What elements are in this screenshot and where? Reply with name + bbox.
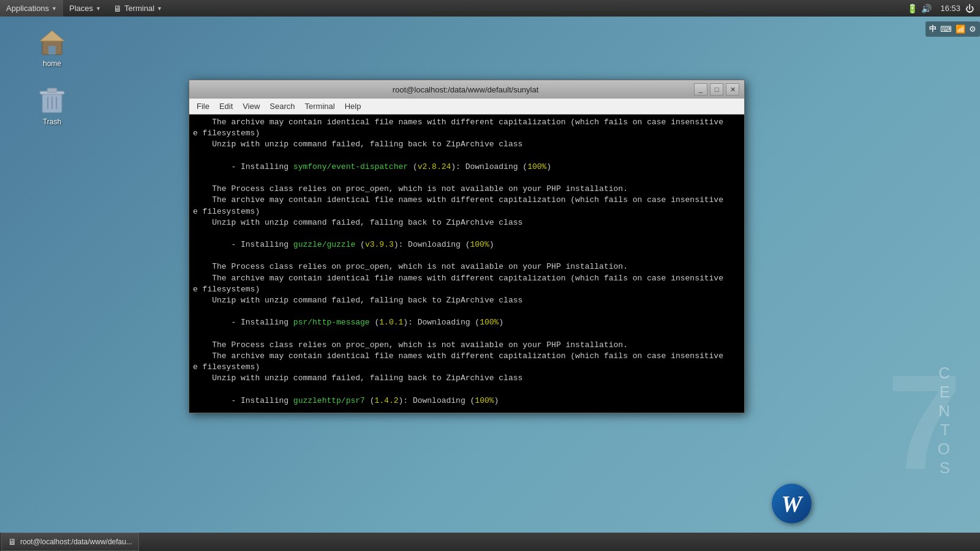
keyboard-icon: ⌨	[940, 24, 952, 34]
term-line: e filesystems)	[193, 206, 741, 217]
term-line: The Process class relies on proc_open, w…	[193, 184, 741, 195]
term-line: The archive may contain identical file n…	[193, 195, 741, 206]
menu-edit[interactable]: Edit	[214, 100, 238, 112]
term-line: The Process class relies on proc_open, w…	[193, 261, 741, 272]
trash-icon-label: Trash	[43, 118, 61, 126]
trash-desktop-icon[interactable]: Trash	[28, 86, 77, 126]
terminal-taskbar-item[interactable]: 🖥 root@localhost:/data/www/defau...	[1, 533, 139, 551]
term-line: The Process class relies on proc_open, w…	[193, 340, 741, 351]
battery-icon: 🔋	[907, 4, 918, 13]
menu-help[interactable]: Help	[340, 100, 366, 112]
term-line: The archive may contain identical file n…	[193, 273, 741, 284]
term-line: - Installing guzzle/guzzle (v3.9.3): Dow…	[193, 228, 741, 262]
input-method-icon: 中	[929, 24, 937, 34]
taskbar-bottom: 🖥 root@localhost:/data/www/defau...	[0, 533, 980, 551]
svg-rect-2	[48, 46, 56, 54]
term-line: Unzip with unzip command failed, falling…	[193, 139, 741, 150]
terminal-label: Terminal	[124, 4, 154, 13]
terminal-titlebar: root@localhost:/data/www/default/sunylat…	[189, 80, 744, 99]
network-icon: 📶	[956, 24, 965, 34]
svg-marker-1	[40, 31, 64, 41]
menu-view[interactable]: View	[238, 100, 265, 112]
menu-search[interactable]: Search	[265, 100, 300, 112]
system-icons: 🔋 🔊	[907, 4, 932, 13]
terminal-taskbar-icon: 🖥	[8, 537, 17, 547]
term-line: Unzip with unzip command failed, falling…	[193, 373, 741, 384]
centos-text: C E N T O S	[938, 364, 959, 478]
svg-rect-5	[47, 88, 57, 92]
trash-icon	[37, 86, 67, 115]
w-logo-container: W	[772, 484, 812, 523]
term-line: Unzip with unzip command failed, falling…	[193, 295, 741, 306]
term-line: The archive may contain identical file n…	[193, 117, 741, 128]
terminal-body[interactable]: The archive may contain identical file n…	[189, 114, 744, 413]
volume-icon: 🔊	[921, 4, 932, 13]
close-button[interactable]: ✕	[726, 83, 739, 96]
terminal-icon: 🖥	[113, 4, 122, 13]
applications-label: Applications	[6, 4, 49, 13]
menu-terminal[interactable]: Terminal	[300, 100, 340, 112]
term-line: - Installing symfony/event-dispatcher (v…	[193, 151, 741, 184]
window-controls: _ □ ✕	[694, 83, 739, 96]
places-arrow: ▼	[96, 6, 101, 12]
term-line: Unzip with unzip command failed, falling…	[193, 217, 741, 228]
maximize-button[interactable]: □	[710, 83, 723, 96]
home-icon-label: home	[43, 59, 61, 68]
terminal-taskbar-label: root@localhost:/data/www/defau...	[20, 538, 132, 546]
term-line: The archive may contain identical file n…	[193, 351, 741, 362]
taskbar-left: Applications ▼ Places ▼ 🖥 Terminal ▼	[0, 0, 168, 17]
term-line: - Installing psr/http-message (1.0.1): D…	[193, 306, 741, 340]
menu-file[interactable]: File	[192, 100, 214, 112]
terminal-title: root@localhost:/data/www/default/sunylat	[237, 85, 694, 94]
system-tray: 中 ⌨ 📶 ⚙	[925, 21, 980, 37]
terminal-window: root@localhost:/data/www/default/sunylat…	[189, 80, 745, 413]
w-logo: W	[772, 484, 812, 523]
home-desktop-icon[interactable]: home	[28, 28, 77, 68]
power-icon[interactable]: ⏻	[965, 4, 974, 13]
places-menu[interactable]: Places ▼	[63, 0, 107, 17]
minimize-button[interactable]: _	[694, 83, 707, 96]
applications-menu[interactable]: Applications ▼	[0, 0, 63, 17]
term-line: - Installing guzzlehttp/psr7 (1.4.2): Do…	[193, 384, 741, 413]
places-label: Places	[69, 4, 93, 13]
terminal-menubar: File Edit View Search Terminal Help	[189, 99, 744, 114]
terminal-arrow: ▼	[157, 6, 162, 12]
term-line: e filesystems)	[193, 128, 741, 139]
term-line: e filesystems)	[193, 362, 741, 373]
applications-arrow: ▼	[51, 6, 57, 12]
terminal-menu[interactable]: 🖥 Terminal ▼	[107, 0, 168, 17]
home-icon	[37, 28, 67, 57]
taskbar-top: Applications ▼ Places ▼ 🖥 Terminal ▼ 🔋 🔊…	[0, 0, 980, 17]
settings-icon[interactable]: ⚙	[969, 24, 976, 34]
taskbar-right: 🔋 🔊 16:53 ⏻	[907, 4, 980, 13]
clock: 16:53	[940, 4, 960, 13]
term-line: e filesystems)	[193, 284, 741, 295]
